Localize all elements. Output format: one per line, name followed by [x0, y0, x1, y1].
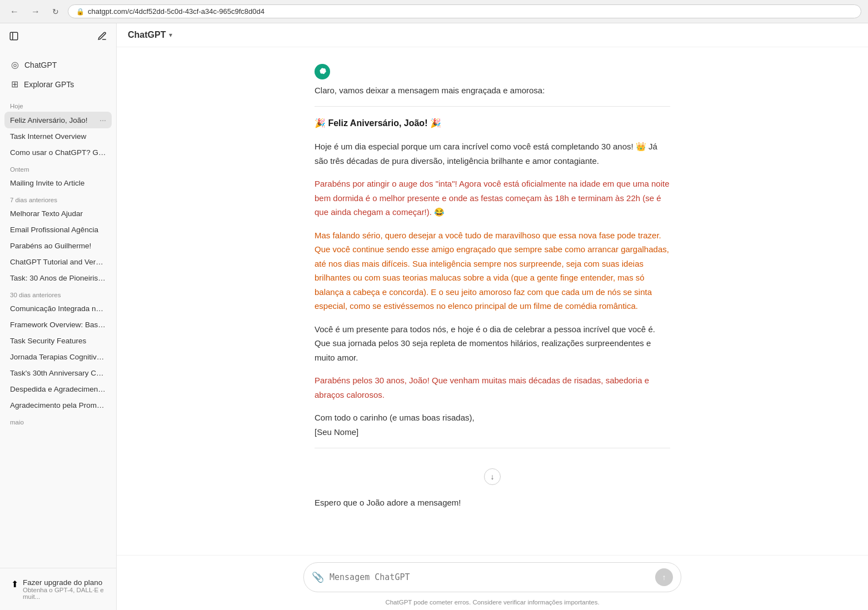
- svg-rect-0: [10, 32, 18, 40]
- chat-item-chatgpt-tutorial[interactable]: ChatGPT Tutorial and Version Di: [4, 254, 112, 270]
- scroll-down-button[interactable]: ↓: [484, 468, 501, 485]
- main-title: ChatGPT: [128, 30, 166, 40]
- input-area: 📎 ↑: [117, 555, 868, 597]
- paragraph-1: Hoje é um dia especial porque um cara in…: [315, 139, 670, 168]
- chat-item-menu-icon[interactable]: ···: [99, 116, 106, 124]
- chat-item-text: Parabéns ao Guilherme!: [10, 242, 106, 250]
- section-hoje: Hoje: [4, 97, 112, 112]
- paragraph-4: Você é um presente para todos nós, e hoj…: [315, 322, 670, 365]
- chat-item-text: Task Internet Overview: [10, 132, 106, 141]
- sidebar: ◎ ChatGPT ⊞ Explorar GPTs Hoje Feliz Ani…: [0, 23, 117, 610]
- toggle-sidebar-button[interactable]: [8, 30, 20, 45]
- chat-item-text: Mailing Invite to Article: [10, 179, 106, 187]
- chat-item-task-internet[interactable]: Task Internet Overview: [4, 128, 112, 144]
- chat-item-text: ChatGPT Tutorial and Version Di: [10, 258, 106, 266]
- separator-2: [315, 448, 670, 448]
- section-30dias: 30 dias anteriores: [4, 286, 112, 301]
- chat-item-comunicacao[interactable]: Comunicação Integrada na Emp: [4, 301, 112, 317]
- browser-bar: ← → ↻ 🔒 chatgpt.com/c/4dcf52dd-5c0d-43cf…: [0, 0, 868, 23]
- chat-item-despedida[interactable]: Despedida e Agradecimento.: [4, 381, 112, 397]
- main-header: ChatGPT ▾: [117, 23, 868, 47]
- paragraph-2: Parabéns por atingir o auge dos "inta"! …: [315, 177, 670, 219]
- app-layout: ◎ ChatGPT ⊞ Explorar GPTs Hoje Feliz Ani…: [0, 23, 868, 610]
- sidebar-item-label: ChatGPT: [24, 61, 57, 69]
- chat-item-task-30anos[interactable]: Task: 30 Anos de Pioneirismo: [4, 270, 112, 286]
- upgrade-icon: ⬆: [11, 579, 18, 589]
- send-button[interactable]: ↑: [655, 568, 673, 586]
- section-7dias: 7 dias anteriores: [4, 191, 112, 206]
- paragraph-5: Parabéns pelos 30 anos, João! Que venham…: [315, 373, 670, 402]
- chatgpt-icon: ◎: [11, 59, 19, 70]
- chat-item-text: Task's 30th Anniversary Celebrat: [10, 369, 106, 377]
- upgrade-button[interactable]: ⬆ Fazer upgrade do plano Obtenha o GPT-4…: [6, 574, 111, 604]
- scroll-down-area: ↓: [315, 468, 670, 485]
- section-ontem: Ontem: [4, 161, 112, 175]
- chat-item-text: Framework Overview: Basics and: [10, 321, 106, 329]
- chat-item-jornada-terapias[interactable]: Jornada Terapias Cognitivas: Det: [4, 349, 112, 365]
- sidebar-item-explore[interactable]: ⊞ Explorar GPTs: [6, 74, 111, 94]
- chat-item-text: Como usar o ChatGPT? Guia co: [10, 148, 106, 157]
- chat-item-email-profissional[interactable]: Email Profissional Agência: [4, 222, 112, 238]
- upgrade-title: Fazer upgrade do plano: [23, 578, 105, 587]
- chat-item-text: Comunicação Integrada na Emp: [10, 304, 106, 313]
- sidebar-item-chatgpt[interactable]: ◎ ChatGPT: [6, 55, 111, 74]
- lock-icon: 🔒: [76, 8, 84, 16]
- chat-item-task-security[interactable]: Task Security Features: [4, 333, 112, 349]
- main-content: ChatGPT ▾ Claro, vamos deixar a mensagem…: [117, 23, 868, 610]
- chat-item-como-usar[interactable]: Como usar o ChatGPT? Guia co: [4, 144, 112, 161]
- sidebar-header: [0, 23, 116, 52]
- chat-item-text: Feliz Aniversário, João!: [10, 116, 99, 124]
- outro-text: Espero que o João adore a mensagem!: [315, 491, 670, 515]
- forward-button[interactable]: →: [28, 6, 43, 18]
- new-chat-button[interactable]: [96, 30, 108, 45]
- assistant-icon: [315, 64, 330, 79]
- message-body: 🎉 Feliz Aniversário, João! 🎉 Hoje é um d…: [315, 116, 670, 439]
- chat-item-tasks-30th[interactable]: Task's 30th Anniversary Celebrat: [4, 365, 112, 381]
- chat-item-parabens-guilherme[interactable]: Parabéns ao Guilherme!: [4, 238, 112, 254]
- paragraph-3: Mas falando sério, quero desejar a você …: [315, 228, 670, 313]
- chat-item-mailing-invite[interactable]: Mailing Invite to Article: [4, 175, 112, 191]
- attach-button[interactable]: 📎: [312, 571, 324, 583]
- sidebar-footer: ⬆ Fazer upgrade do plano Obtenha o GPT-4…: [0, 568, 116, 610]
- explore-icon: ⊞: [11, 79, 18, 89]
- chat-item-text: Task Security Features: [10, 337, 106, 345]
- sidebar-nav: ◎ ChatGPT ⊞ Explorar GPTs: [0, 52, 116, 97]
- message-intro: Claro, vamos deixar a mensagem mais engr…: [315, 84, 670, 97]
- assistant-message: Claro, vamos deixar a mensagem mais engr…: [315, 58, 670, 463]
- sidebar-item-label: Explorar GPTs: [24, 80, 74, 89]
- chat-item-text: Jornada Terapias Cognitivas: Det: [10, 353, 106, 361]
- sidebar-scroll: Hoje Feliz Aniversário, João! ··· Task I…: [0, 97, 116, 568]
- chat-item-text: Email Profissional Agência: [10, 226, 106, 234]
- message-input[interactable]: [330, 572, 650, 583]
- chat-item-agradecimento[interactable]: Agradecimento pela Promoção: [4, 397, 112, 413]
- chat-area[interactable]: Claro, vamos deixar a mensagem mais engr…: [117, 47, 868, 555]
- section-maio: maio: [4, 413, 112, 428]
- upgrade-subtitle: Obtenha o GPT-4, DALL·E e muit...: [23, 587, 105, 600]
- message-heading: 🎉 Feliz Aniversário, João! 🎉: [315, 116, 670, 131]
- separator: [315, 106, 670, 107]
- chevron-down-icon: ▾: [169, 31, 172, 39]
- message-container: Claro, vamos deixar a mensagem mais engr…: [303, 58, 681, 515]
- chat-item-melhorar-texto[interactable]: Melhorar Texto Ajudar: [4, 206, 112, 222]
- paragraph-6: Com todo o carinho (e umas boas risadas)…: [315, 411, 670, 439]
- chat-item-text: Despedida e Agradecimento.: [10, 385, 106, 393]
- disclaimer-text: ChatGPT pode cometer erros. Considere ve…: [117, 597, 868, 610]
- url-text: chatgpt.com/c/4dcf52dd-5c0d-43cf-a34c-96…: [88, 7, 265, 16]
- address-bar[interactable]: 🔒 chatgpt.com/c/4dcf52dd-5c0d-43cf-a34c-…: [68, 4, 861, 18]
- chat-item-text: Task: 30 Anos de Pioneirismo: [10, 274, 106, 282]
- chat-item-framework[interactable]: Framework Overview: Basics and: [4, 317, 112, 333]
- reload-button[interactable]: ↻: [49, 6, 62, 17]
- chat-item-text: Melhorar Texto Ajudar: [10, 209, 106, 218]
- back-button[interactable]: ←: [7, 6, 22, 18]
- chat-item-text: Agradecimento pela Promoção: [10, 401, 106, 409]
- input-box: 📎 ↑: [303, 562, 681, 592]
- chat-item-feliz-aniversario[interactable]: Feliz Aniversário, João! ···: [4, 112, 112, 128]
